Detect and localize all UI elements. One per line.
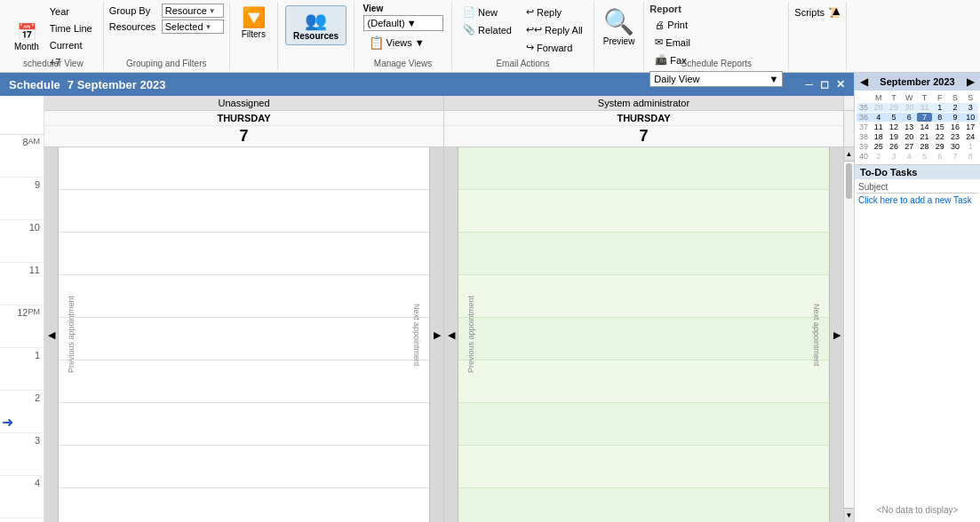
mini-cal-day[interactable]: 1 <box>963 142 978 151</box>
col1-grid[interactable]: ◀ ▶ Previous appointment Next appointmen… <box>44 147 444 522</box>
mini-cal-week-35: 35 28 29 30 31 1 2 3 <box>857 103 978 112</box>
mini-cal-day[interactable]: 1 <box>932 103 947 112</box>
col1-prev-arrow[interactable]: ◀ <box>44 147 59 522</box>
mini-cal-next[interactable]: ▶ <box>967 75 975 88</box>
mini-cal-day[interactable]: 22 <box>932 132 947 141</box>
groupby-resource-dropdown[interactable]: Resource ▼ <box>162 4 224 18</box>
slot-2-5[interactable] <box>444 318 843 360</box>
slot-1-5[interactable] <box>44 318 443 360</box>
vertical-scrollbar[interactable]: ▲ ▼ <box>843 147 854 522</box>
mini-cal-day[interactable]: 20 <box>902 132 917 141</box>
groupby-selected-dropdown[interactable]: Selected ▼ <box>162 20 224 34</box>
new-button[interactable]: 📄New <box>458 4 517 20</box>
mini-cal-day[interactable]: 30 <box>902 103 917 112</box>
mini-cal-day[interactable]: 12 <box>886 123 901 131</box>
mini-cal-day[interactable]: 8 <box>932 113 947 122</box>
arrow-right-indicator: ➜ <box>2 414 13 431</box>
mini-cal-day[interactable]: 28 <box>917 142 932 151</box>
mini-cal-day[interactable]: 25 <box>871 142 886 151</box>
views-button[interactable]: 📋 Views ▼ <box>363 33 443 52</box>
slot-1-1[interactable] <box>44 147 443 190</box>
mini-cal-day[interactable]: 6 <box>902 113 917 122</box>
mini-cal-day[interactable]: 23 <box>947 132 962 141</box>
slot-1-9[interactable] <box>44 488 443 522</box>
mini-cal-today[interactable]: 7 <box>917 113 932 122</box>
slot-2-4[interactable] <box>444 275 843 318</box>
col2-grid[interactable]: ◀ ▶ Previous appointment Next appointmen… <box>444 147 843 522</box>
mini-cal-day[interactable]: 19 <box>886 132 901 141</box>
restore-icon[interactable]: ◻ <box>820 78 829 91</box>
mini-cal-prev[interactable]: ◀ <box>860 75 868 88</box>
mini-cal-day[interactable]: 16 <box>947 123 962 131</box>
view-default-dropdown[interactable]: (Default) ▼ <box>363 15 443 31</box>
mini-cal-day[interactable]: 3 <box>963 103 978 112</box>
mini-cal-day[interactable]: 4 <box>902 152 917 161</box>
slot-2-3[interactable] <box>444 233 843 275</box>
schedule-body: 8AM 9 10 11 12PM 1 2 ➜ 3 4 Unassigned Sy… <box>0 96 854 522</box>
slot-1-7[interactable] <box>44 403 443 446</box>
year-button[interactable]: Year <box>44 4 98 20</box>
print-button[interactable]: 🖨Print <box>649 17 783 33</box>
mini-cal-day[interactable]: 29 <box>932 142 947 151</box>
slot-1-6[interactable] <box>44 360 443 403</box>
slot-1-3[interactable] <box>44 233 443 275</box>
slot-1-2[interactable] <box>44 190 443 233</box>
scroll-track[interactable] <box>844 162 854 508</box>
mini-cal-day[interactable]: 13 <box>902 123 917 131</box>
slot-2-8[interactable] <box>444 446 843 488</box>
mini-cal-day[interactable]: 5 <box>886 113 901 122</box>
forward-button[interactable]: ↪Forward <box>521 39 588 56</box>
mini-cal-week-39: 39 25 26 27 28 29 30 1 <box>857 142 978 151</box>
slot-2-6[interactable] <box>444 360 843 403</box>
slot-2-1[interactable] <box>444 147 843 190</box>
mini-cal-day[interactable]: 28 <box>871 103 886 112</box>
slot-1-8[interactable] <box>44 446 443 488</box>
slot-2-9[interactable] <box>444 488 843 522</box>
scroll-down-btn[interactable]: ▼ <box>844 508 854 522</box>
filters-button[interactable]: 🔽 Filters <box>235 4 272 42</box>
mini-cal-day[interactable]: 10 <box>963 113 978 122</box>
mini-cal-day[interactable]: 9 <box>947 113 962 122</box>
close-icon[interactable]: ✕ <box>836 78 845 91</box>
mini-cal-day[interactable]: 17 <box>963 123 978 131</box>
preview-button[interactable]: 🔍 Preview <box>600 4 639 50</box>
mini-cal-day[interactable]: 30 <box>947 142 962 151</box>
col2-next-arrow[interactable]: ▶ <box>829 147 843 522</box>
resources-button[interactable]: 👥 Resources <box>285 5 347 45</box>
mini-cal-day[interactable]: 5 <box>917 152 932 161</box>
slot-2-2[interactable] <box>444 190 843 233</box>
col2-prev-arrow[interactable]: ◀ <box>444 147 458 522</box>
email-report-button[interactable]: ✉Email <box>649 34 783 51</box>
mini-cal-day[interactable]: 8 <box>963 152 978 161</box>
col1-next-arrow[interactable]: ▶ <box>429 147 443 522</box>
mini-cal-day[interactable]: 11 <box>871 123 886 131</box>
mini-cal-day[interactable]: 2 <box>871 152 886 161</box>
mini-cal-day[interactable]: 14 <box>917 123 932 131</box>
mini-cal-day[interactable]: 26 <box>886 142 901 151</box>
scroll-up-btn[interactable]: ▲ <box>844 147 854 162</box>
mini-cal-day[interactable]: 2 <box>947 103 962 112</box>
slot-1-4[interactable] <box>44 275 443 318</box>
related-button[interactable]: 📎Related <box>458 21 517 38</box>
mini-cal-day[interactable]: 4 <box>871 113 886 122</box>
mini-cal-day[interactable]: 24 <box>963 132 978 141</box>
mini-cal-day[interactable]: 29 <box>886 103 901 112</box>
slot-2-7[interactable] <box>444 403 843 446</box>
timeline-button[interactable]: Time Line <box>44 20 98 36</box>
current-button[interactable]: Current <box>44 37 98 53</box>
mini-cal-day[interactable]: 6 <box>932 152 947 161</box>
todo-add-task[interactable]: Click here to add a new Task <box>857 194 978 207</box>
daily-view-dropdown[interactable]: Daily View ▼ <box>649 71 783 87</box>
mini-cal-day[interactable]: 15 <box>932 123 947 131</box>
mini-cal-day[interactable]: 3 <box>886 152 901 161</box>
reply-button[interactable]: ↩Reply <box>521 4 588 20</box>
mini-cal-weekday-headers: M T W T F S S <box>857 93 978 102</box>
mini-cal-day[interactable]: 27 <box>902 142 917 151</box>
mini-cal-day[interactable]: 21 <box>917 132 932 141</box>
mini-cal-day[interactable]: 18 <box>871 132 886 141</box>
collapse-button[interactable]: ▲ <box>830 4 842 18</box>
mini-cal-day[interactable]: 31 <box>917 103 932 112</box>
mini-cal-day[interactable]: 7 <box>947 152 962 161</box>
reply-all-button[interactable]: ↩↩Reply All <box>521 21 588 38</box>
minimize-icon[interactable]: ─ <box>805 78 813 91</box>
